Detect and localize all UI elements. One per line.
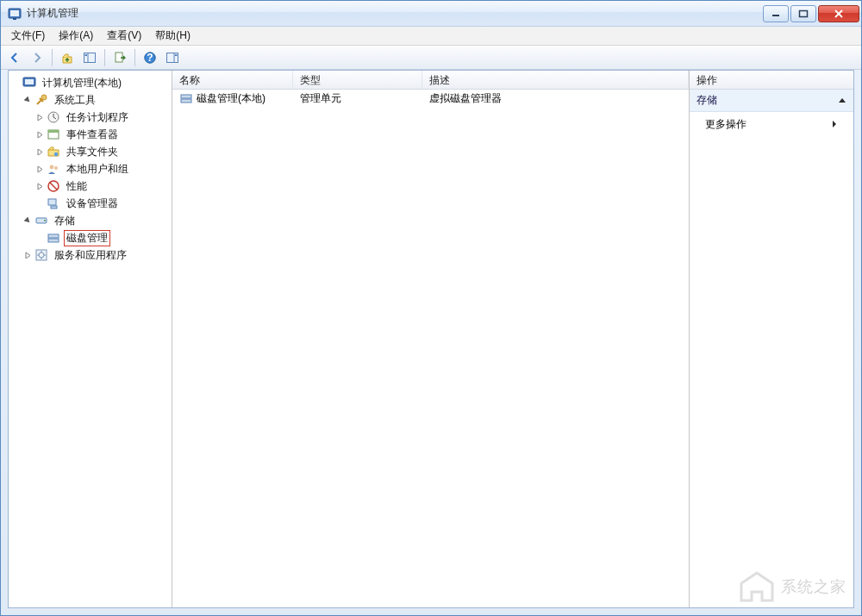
actions-section-label: 存储 xyxy=(696,93,717,108)
menu-file[interactable]: 文件(F) xyxy=(4,27,52,45)
tree-label: 性能 xyxy=(64,178,90,195)
svg-rect-13 xyxy=(175,54,178,56)
tree-label: 磁盘管理 xyxy=(64,230,110,246)
tree-node-device-manager[interactable]: 设备管理器 xyxy=(10,195,170,212)
export-list-button[interactable] xyxy=(109,47,130,68)
forward-button[interactable] xyxy=(27,47,47,68)
cell-type: 管理单元 xyxy=(300,91,341,106)
navigation-tree[interactable]: 计算机管理(本地) 系统工具 xyxy=(10,74,170,264)
svg-point-27 xyxy=(44,220,46,221)
tree-label: 存储 xyxy=(52,213,78,229)
tree-panel: 计算机管理(本地) 系统工具 xyxy=(9,71,172,607)
tree-node-storage[interactable]: 存储 xyxy=(10,212,170,229)
tree-label: 服务和应用程序 xyxy=(52,247,129,264)
expand-icon[interactable] xyxy=(34,146,45,157)
computer-management-icon xyxy=(22,76,36,90)
list-item[interactable]: 磁盘管理(本地) 管理单元 虚拟磁盘管理器 xyxy=(172,90,689,107)
expand-icon[interactable] xyxy=(34,164,45,174)
up-button[interactable] xyxy=(57,47,78,68)
svg-point-16 xyxy=(41,95,47,100)
svg-point-21 xyxy=(50,165,54,170)
device-manager-icon xyxy=(47,196,60,210)
disk-management-icon xyxy=(179,91,193,105)
tree-node-performance[interactable]: 性能 xyxy=(10,177,170,195)
tree-node-services-apps[interactable]: 服务和应用程序 xyxy=(10,246,170,264)
performance-icon xyxy=(47,179,60,193)
storage-icon xyxy=(34,214,48,227)
svg-rect-3 xyxy=(772,15,779,16)
column-header-name[interactable]: 名称 xyxy=(172,71,293,89)
menu-help[interactable]: 帮助(H) xyxy=(148,27,197,45)
svg-rect-19 xyxy=(48,130,59,133)
show-hide-tree-button[interactable] xyxy=(79,47,100,68)
expand-icon[interactable] xyxy=(22,250,33,260)
disk-management-icon xyxy=(47,231,60,245)
column-header-type[interactable]: 类型 xyxy=(293,71,422,89)
actions-section-storage[interactable]: 存储 xyxy=(690,90,853,112)
tree-node-root[interactable]: 计算机管理(本地) xyxy=(10,74,170,91)
svg-rect-29 xyxy=(48,239,59,242)
list-panel: 名称 类型 描述 磁盘管理(本地) 管理单元 虚拟磁盘管理器 xyxy=(172,71,690,607)
toolbar-separator xyxy=(52,49,53,66)
clock-icon xyxy=(47,110,60,124)
expand-icon[interactable] xyxy=(34,181,45,191)
actions-more-link[interactable]: 更多操作 xyxy=(690,112,853,137)
svg-point-22 xyxy=(54,166,58,170)
back-button[interactable] xyxy=(4,47,25,68)
expand-icon[interactable] xyxy=(34,129,45,140)
tree-node-shared-folders[interactable]: 共享文件夹 xyxy=(10,143,170,160)
actions-body: 存储 更多操作 xyxy=(690,90,853,607)
svg-point-20 xyxy=(54,152,58,156)
tree-node-system-tools[interactable]: 系统工具 xyxy=(10,91,170,109)
collapse-triangle-icon xyxy=(838,96,846,105)
expand-icon[interactable] xyxy=(34,112,45,122)
svg-rect-32 xyxy=(181,95,191,98)
svg-text:?: ? xyxy=(147,51,153,63)
window-title: 计算机管理 xyxy=(27,6,761,21)
tree-label: 事件查看器 xyxy=(64,127,121,143)
tools-icon xyxy=(34,93,48,107)
svg-rect-15 xyxy=(25,79,34,84)
menu-view[interactable]: 查看(V) xyxy=(100,27,148,45)
shared-folder-icon xyxy=(47,145,60,159)
actions-panel: 操作 存储 更多操作 xyxy=(690,71,853,607)
svg-rect-2 xyxy=(13,18,16,20)
minimize-button[interactable] xyxy=(763,5,789,22)
app-icon xyxy=(8,7,22,21)
collapse-icon[interactable] xyxy=(22,95,33,105)
menu-action[interactable]: 操作(A) xyxy=(52,27,100,45)
titlebar: 计算机管理 xyxy=(1,1,861,27)
toolbar: ? xyxy=(1,46,861,70)
cell-name: 磁盘管理(本地) xyxy=(197,91,265,106)
tree-label: 本地用户和组 xyxy=(64,161,131,177)
toolbar-separator xyxy=(104,49,105,66)
svg-rect-28 xyxy=(48,234,59,238)
column-header-desc[interactable]: 描述 xyxy=(422,71,689,89)
list-header: 名称 类型 描述 xyxy=(172,71,689,90)
cell-desc: 虚拟磁盘管理器 xyxy=(429,91,502,106)
tree-label: 任务计划程序 xyxy=(64,109,131,126)
tree-label: 设备管理器 xyxy=(64,196,121,212)
maximize-button[interactable] xyxy=(790,5,816,22)
help-button[interactable]: ? xyxy=(140,47,160,68)
tree-label: 系统工具 xyxy=(52,92,98,109)
svg-rect-25 xyxy=(51,206,57,208)
window-frame: 计算机管理 文件(F) 操作(A) 查看(V) 帮助(H) xyxy=(0,0,862,616)
tree-node-disk-management[interactable]: 磁盘管理 xyxy=(10,229,170,246)
toolbar-separator xyxy=(134,49,135,66)
services-icon xyxy=(34,248,48,262)
list-body: 磁盘管理(本地) 管理单元 虚拟磁盘管理器 xyxy=(172,90,689,607)
users-icon xyxy=(47,162,60,176)
tree-node-task-scheduler[interactable]: 任务计划程序 xyxy=(10,109,170,126)
window-controls xyxy=(761,5,859,22)
chevron-right-icon xyxy=(831,119,838,131)
tree-node-event-viewer[interactable]: 事件查看器 xyxy=(10,126,170,143)
tree-node-local-users-groups[interactable]: 本地用户和组 xyxy=(10,160,170,177)
show-hide-action-pane-button[interactable] xyxy=(162,47,183,68)
collapse-icon[interactable] xyxy=(22,215,33,226)
svg-rect-1 xyxy=(10,10,19,16)
close-button[interactable] xyxy=(818,5,859,22)
menubar: 文件(F) 操作(A) 查看(V) 帮助(H) xyxy=(1,27,861,46)
client-area: 计算机管理(本地) 系统工具 xyxy=(8,70,854,608)
tree-label: 共享文件夹 xyxy=(64,144,121,160)
